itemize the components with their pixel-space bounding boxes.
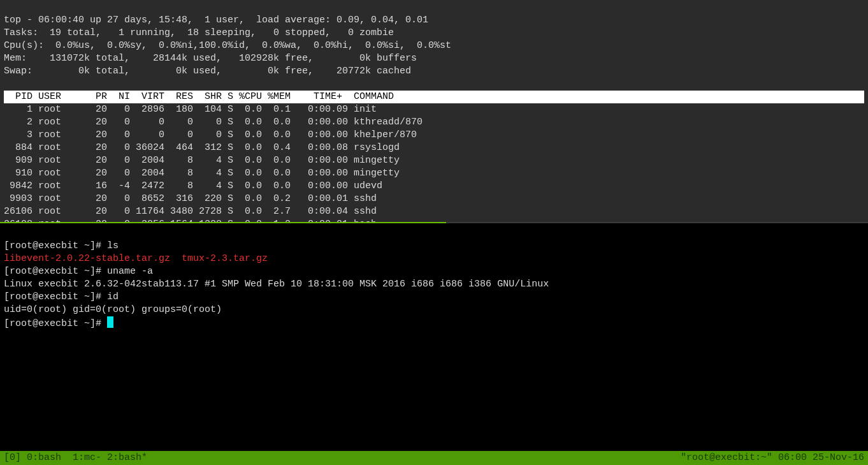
id-output: uid=0(root) gid=0(root) groups=0(root)	[4, 304, 222, 315]
top-summary-line-2: Cpu(s): 0.0%us, 0.0%sy, 0.0%ni,100.0%id,…	[4, 40, 451, 51]
process-row: 909 root 20 0 2004 8 4 S 0.0 0.0 0:00.00…	[4, 155, 400, 166]
ls-output-files: libevent-2.0.22-stable.tar.gz tmux-2.3.t…	[4, 253, 268, 264]
process-row: 26106 root 20 0 11764 3480 2728 S 0.0 2.…	[4, 206, 377, 217]
shell-line: [root@execbit ~]# uname -a	[4, 266, 153, 277]
statusbar-right: "root@execbit:~" 06:00 25-Nov-16	[681, 452, 864, 464]
process-row: 1 root 20 0 2896 180 104 S 0.0 0.1 0:00.…	[4, 104, 377, 115]
process-row: 884 root 20 0 36024 464 312 S 0.0 0.4 0:…	[4, 142, 400, 153]
prompt-text: [root@execbit ~]#	[4, 318, 107, 329]
top-summary-line-1: Tasks: 19 total, 1 running, 18 sleeping,…	[4, 27, 394, 38]
process-row: 9842 root 16 -4 2472 8 4 S 0.0 0.0 0:00.…	[4, 181, 382, 191]
shell-prompt[interactable]: [root@execbit ~]#	[4, 318, 113, 329]
uname-output: Linux execbit 2.6.32-042stab113.17 #1 SM…	[4, 279, 549, 290]
cursor-icon	[107, 316, 113, 328]
process-row: 2 root 20 0 0 0 0 S 0.0 0.0 0:00.00 kthr…	[4, 117, 423, 128]
process-row: 910 root 20 0 2004 8 4 S 0.0 0.0 0:00.00…	[4, 168, 400, 179]
shell-line: [root@execbit ~]# ls	[4, 240, 119, 251]
shell-line: [root@execbit ~]# id	[4, 292, 119, 302]
top-pane[interactable]: top - 06:00:40 up 27 days, 15:48, 1 user…	[0, 0, 868, 223]
top-summary-line-4: Swap: 0k total, 0k used, 0k free, 20772k…	[4, 66, 411, 77]
process-row: 9903 root 20 0 8652 316 220 S 0.0 0.2 0:…	[4, 193, 377, 204]
tmux-statusbar[interactable]: [0] 0:bash 1:mc- 2:bash* "root@execbit:~…	[0, 451, 868, 465]
process-header-row: PID USER PR NI VIRT RES SHR S %CPU %MEM …	[4, 91, 864, 103]
bottom-pane[interactable]: [root@execbit ~]# ls libevent-2.0.22-sta…	[0, 223, 868, 451]
statusbar-left[interactable]: [0] 0:bash 1:mc- 2:bash*	[4, 452, 147, 464]
process-row: 3 root 20 0 0 0 0 S 0.0 0.0 0:00.00 khel…	[4, 129, 417, 140]
top-summary-line-0: top - 06:00:40 up 27 days, 15:48, 1 user…	[4, 15, 428, 26]
top-summary-line-3: Mem: 131072k total, 28144k used, 102928k…	[4, 53, 417, 64]
